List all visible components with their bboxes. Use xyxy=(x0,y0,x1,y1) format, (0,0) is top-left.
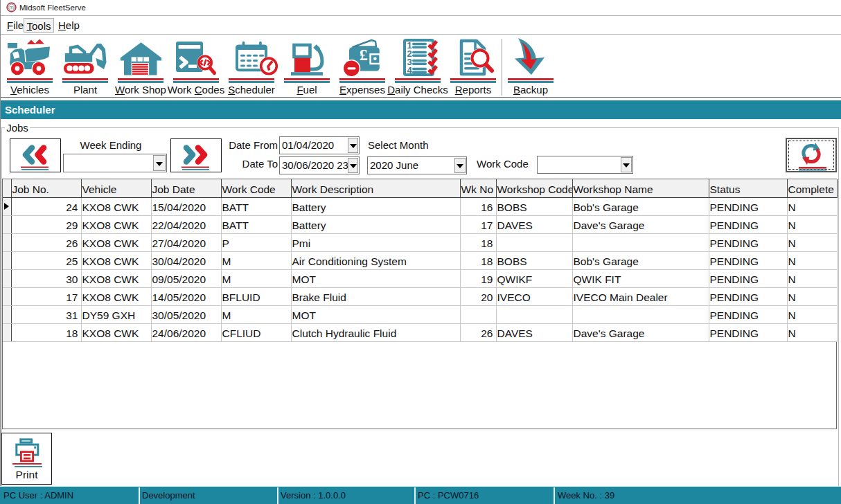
svg-text:£: £ xyxy=(360,46,368,64)
svg-text:4: 4 xyxy=(407,65,413,75)
svg-text:m: m xyxy=(9,4,14,10)
